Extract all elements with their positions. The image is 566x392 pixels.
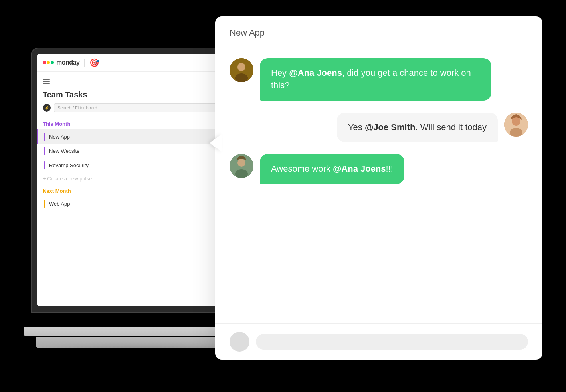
pulse-item-text: Revamp Security	[49, 162, 89, 168]
logo-dot-yellow	[47, 61, 50, 64]
avatar-ana	[504, 113, 528, 137]
chat-panel: New App Hey @Ana Joens, did you get a ch…	[215, 16, 542, 360]
chat-messages: Hey @Ana Joens, did you get a chance to …	[215, 46, 542, 323]
chat-input-area	[215, 323, 542, 360]
avatar-joe2	[230, 154, 253, 178]
logo-dots	[43, 61, 54, 64]
bubble-green-2: Awesome work @Ana Joens!!!	[260, 154, 404, 184]
avatar-joe	[230, 58, 253, 82]
chat-header: New App	[215, 16, 542, 46]
logo-dot-red	[43, 61, 46, 64]
message-row: Hey @Ana Joens, did you get a chance to …	[230, 58, 528, 101]
logo-divider	[84, 59, 85, 67]
item-bar	[44, 147, 45, 155]
item-bar	[44, 161, 45, 169]
mention: @Joe Smith	[365, 122, 416, 132]
bubble-white: Yes @Joe Smith. Will send it today	[337, 113, 498, 143]
search-box[interactable]: Search / Filter board	[54, 103, 219, 112]
hamburger-line	[43, 79, 50, 80]
hamburger-line	[43, 81, 50, 82]
item-bar-yellow	[44, 200, 45, 208]
logo-icon: 🎯	[89, 58, 99, 67]
svg-point-5	[512, 117, 520, 126]
bubble-green-1: Hey @Ana Joens, did you get a chance to …	[260, 58, 491, 101]
arrow-pointer	[210, 134, 222, 152]
monday-logo: monday	[43, 59, 79, 66]
item-bar	[44, 133, 45, 141]
chat-input-bar[interactable]	[256, 334, 528, 350]
message-row-right: Yes @Joe Smith. Will send it today	[230, 113, 528, 143]
pulse-item-text: Web App	[49, 201, 70, 207]
svg-point-3	[237, 63, 245, 71]
scene: monday 🎯	[24, 16, 542, 376]
hamburger-line	[43, 83, 50, 84]
mention: @Ana Joens	[289, 68, 342, 78]
search-placeholder: Search / Filter board	[57, 105, 97, 110]
mention: @Ana Joens	[333, 164, 386, 174]
svg-point-8	[237, 159, 245, 167]
logo-dot-green	[51, 61, 54, 64]
pulse-item-text: New App	[49, 134, 70, 140]
input-avatar	[230, 332, 249, 352]
pulse-icon: ⚡	[43, 104, 51, 112]
message-row: Awesome work @Ana Joens!!!	[230, 154, 528, 184]
pulse-item-text: New Website	[49, 148, 79, 154]
chat-title: New App	[230, 28, 528, 38]
logo-text: monday	[56, 59, 79, 66]
